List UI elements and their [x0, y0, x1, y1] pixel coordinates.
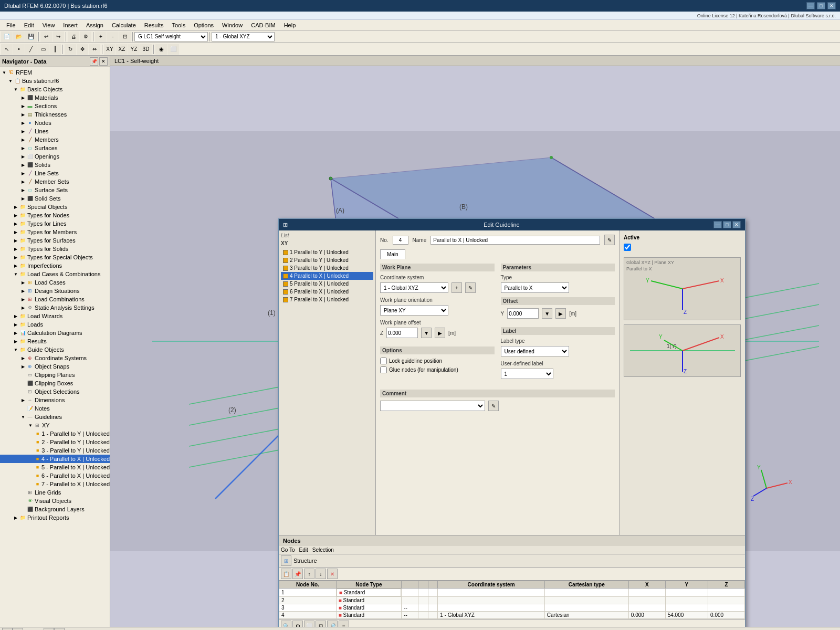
table-row[interactable]: 1 ■ Standard: [279, 589, 745, 597]
toggle-typessurfaces[interactable]: ▶: [13, 237, 19, 244]
view-3d-btn[interactable]: 3D: [140, 44, 152, 55]
move-down-btn[interactable]: ↓: [316, 569, 326, 579]
toggle-nodes[interactable]: ▶: [20, 120, 26, 126]
delete-btn[interactable]: ✕: [327, 569, 338, 579]
paste-btn[interactable]: 📌: [292, 569, 303, 579]
mirror-btn[interactable]: ⇔: [89, 44, 100, 55]
menu-view[interactable]: View: [38, 21, 59, 29]
copy-btn[interactable]: 📋: [281, 569, 291, 579]
toggle-guideobj[interactable]: ▼: [13, 346, 19, 353]
tree-loadcasesitem[interactable]: ▶ ⊞ Load Cases: [0, 278, 110, 287]
tree-basic[interactable]: ▼ 📁 Basic Objects: [0, 85, 110, 93]
toggle-linesets[interactable]: ▶: [20, 170, 26, 176]
tree-printreports[interactable]: ▶ 📁 Printout Reports: [0, 513, 110, 522]
nav-close-btn[interactable]: ✕: [99, 57, 108, 66]
coord-system-select[interactable]: 1 - Global XYZ: [380, 282, 448, 293]
list-item-5[interactable]: 5 Parallel to X | Unlocked: [281, 280, 373, 288]
toggle-specialobj[interactable]: ▶: [13, 204, 19, 210]
z-increment-btn[interactable]: ▶: [435, 328, 445, 338]
toggle-imperfections[interactable]: ▶: [13, 262, 19, 269]
print-btn[interactable]: 🖨: [68, 32, 79, 42]
save-btn[interactable]: 💾: [25, 32, 37, 42]
table-row[interactable]: 4 ■ Standard -- 1 - Global XYZ Cartesian…: [279, 612, 745, 619]
tree-clippingboxes[interactable]: ⬛ Clipping Boxes: [0, 379, 110, 387]
menu-help[interactable]: Help: [280, 21, 300, 29]
coord-add-btn[interactable]: +: [452, 282, 462, 293]
toggle-coordsys[interactable]: ▶: [20, 355, 26, 361]
maximize-btn[interactable]: □: [817, 2, 825, 9]
member-btn[interactable]: ┃: [49, 44, 61, 55]
tree-membersets[interactable]: ▶ ╱ Member Sets: [0, 177, 110, 186]
tree-typessurfaces[interactable]: ▶ 📁 Types for Surfaces: [0, 236, 110, 245]
tree-objselections[interactable]: ⊡ Object Selections: [0, 387, 110, 396]
tree-loadcases[interactable]: ▼ 📁 Load Cases & Combinations: [0, 270, 110, 278]
tree-g1[interactable]: ■ 1 - Parallel to Y | Unlocked: [0, 429, 110, 438]
tree-g5[interactable]: ■ 5 - Parallel to X | Unlocked: [0, 463, 110, 471]
tree-solidsets[interactable]: ▶ ⬛ Solid Sets: [0, 194, 110, 203]
first-page-btn[interactable]: |◀: [2, 628, 13, 630]
comment-edit-btn[interactable]: ✎: [488, 401, 499, 411]
edit-guideline-dialog[interactable]: ⊞ Edit Guideline — □ ✕ List XY: [278, 218, 746, 627]
tree-lines[interactable]: ▶ ╱ Lines: [0, 127, 110, 135]
load-combo[interactable]: G LC1 Self-weight: [134, 32, 208, 41]
toggle-loadwiz[interactable]: ▶: [13, 313, 19, 319]
type-select[interactable]: Parallel to X: [501, 282, 569, 293]
tree-imperfections[interactable]: ▶ 📁 Imperfections: [0, 261, 110, 270]
minimize-btn[interactable]: —: [806, 2, 815, 9]
lock-pos-label[interactable]: Lock guideline position: [380, 358, 442, 364]
y-increment-btn[interactable]: ▶: [555, 308, 566, 319]
toggle-printreports[interactable]: ▶: [13, 514, 19, 521]
tree-results[interactable]: ▶ 📁 Results: [0, 337, 110, 345]
tree-designsit[interactable]: ▶ ⊞ Design Situations: [0, 287, 110, 295]
menu-assign[interactable]: Assign: [82, 21, 108, 29]
comment-select[interactable]: [380, 401, 485, 411]
toggle-sections[interactable]: ▶: [20, 103, 26, 109]
tree-g2[interactable]: ■ 2 - Parallel to Y | Unlocked: [0, 438, 110, 446]
menu-file[interactable]: File: [2, 21, 20, 29]
line-btn[interactable]: ╱: [25, 44, 37, 55]
toggle-surfaces[interactable]: ▶: [20, 145, 26, 151]
settings-btn[interactable]: ⚙: [80, 32, 91, 42]
menu-cadbim[interactable]: CAD-BIM: [247, 21, 279, 29]
toggle-objsnaps[interactable]: ▶: [20, 363, 26, 370]
view-xy-btn[interactable]: XY: [104, 44, 116, 55]
nav-pin-btn[interactable]: 📌: [90, 57, 98, 66]
surface-btn[interactable]: ▭: [37, 44, 49, 55]
tree-dimensions[interactable]: ▶ ↔ Dimensions: [0, 396, 110, 404]
toggle-staticanal[interactable]: ▶: [20, 304, 26, 311]
zoom-selected-btn[interactable]: 🔎: [327, 621, 338, 627]
move-btn[interactable]: ✥: [77, 44, 88, 55]
tree-guideobj[interactable]: ▼ 📁 Guide Objects: [0, 345, 110, 354]
tree-typesnodes[interactable]: ▶ 📁 Types for Nodes: [0, 211, 110, 219]
toggle-loadcasesitem[interactable]: ▶: [20, 279, 26, 286]
toggle-lines[interactable]: ▶: [20, 128, 26, 134]
tree-typeslines[interactable]: ▶ 📁 Types for Lines: [0, 219, 110, 228]
toggle-members[interactable]: ▶: [20, 136, 26, 143]
toggle-materials[interactable]: ▶: [20, 94, 26, 101]
lock-pos-checkbox[interactable]: [380, 358, 387, 364]
tree-surfaces[interactable]: ▶ ▭ Surfaces: [0, 144, 110, 152]
tree-visualobj[interactable]: 👁 Visual Objects: [0, 497, 110, 505]
select-rect-btn[interactable]: ⬜: [304, 621, 314, 627]
tree-linesets[interactable]: ▶ ╱ Line Sets: [0, 169, 110, 177]
name-input[interactable]: [430, 236, 600, 245]
tree-notes[interactable]: 📝 Notes: [0, 404, 110, 413]
y-input[interactable]: [507, 308, 539, 319]
tree-guidelines[interactable]: ▼ — Guidelines: [0, 413, 110, 421]
toggle-results[interactable]: ▶: [13, 338, 19, 344]
z-input[interactable]: [386, 328, 418, 338]
tree-g3[interactable]: ■ 3 - Parallel to Y | Unlocked: [0, 446, 110, 455]
render-btn[interactable]: ◉: [155, 44, 167, 55]
z-decrement-btn[interactable]: ▼: [421, 328, 432, 338]
select-all-btn[interactable]: ⊡: [316, 621, 326, 627]
tree-typesmembers[interactable]: ▶ 📁 Types for Members: [0, 228, 110, 236]
table-row[interactable]: 3 ■ Standard --: [279, 604, 745, 612]
tree-g6[interactable]: ■ 6 - Parallel to X | Unlocked: [0, 471, 110, 480]
dialog-maximize-btn[interactable]: □: [723, 221, 731, 228]
table-row[interactable]: 2 ■ Standard: [279, 597, 745, 604]
active-checkbox-label[interactable]: [624, 244, 741, 251]
tree-rfem[interactable]: ▼ 🏗 RFEM: [0, 68, 110, 77]
menu-window[interactable]: Window: [218, 21, 247, 29]
toggle-thicknesses[interactable]: ▶: [20, 111, 26, 118]
undo-btn[interactable]: ↩: [40, 32, 52, 42]
